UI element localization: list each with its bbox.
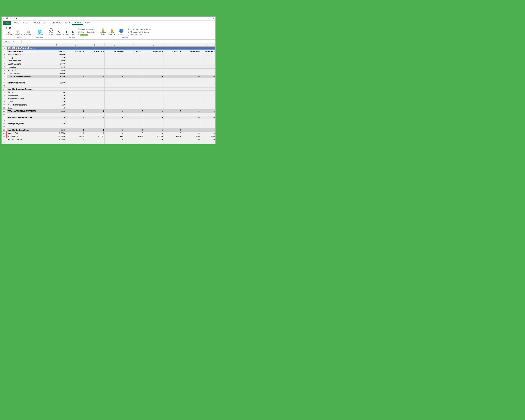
- cell-i20[interactable]: [182, 106, 200, 110]
- cell-f9[interactable]: [124, 72, 144, 75]
- cell-c5[interactable]: [66, 59, 85, 62]
- cell-f24[interactable]: [124, 119, 144, 122]
- col-header-h[interactable]: H: [163, 43, 182, 47]
- formula-input[interactable]: [23, 40, 214, 43]
- tab-home[interactable]: HOME: [11, 21, 21, 25]
- col-header-a[interactable]: A: [7, 43, 47, 47]
- cell-j16[interactable]: [200, 94, 216, 97]
- col-header-g[interactable]: G: [144, 43, 163, 47]
- cell-d22[interactable]: [85, 113, 105, 116]
- cell-j13[interactable]: [200, 84, 216, 87]
- cell-h6[interactable]: [163, 62, 182, 65]
- cell-f5[interactable]: [124, 59, 144, 62]
- cell-f19[interactable]: [124, 103, 144, 106]
- cell-b28[interactable]: 0.89%: [47, 131, 65, 135]
- cell-b18[interactable]: 50: [47, 100, 65, 103]
- cell-c30[interactable]: 0: [66, 138, 85, 141]
- cell-b11[interactable]: [47, 78, 65, 81]
- tab-review[interactable]: REVIEW: [72, 21, 83, 25]
- minimize-btn[interactable]: —: [208, 18, 210, 19]
- tab-data[interactable]: DATA: [63, 21, 72, 25]
- cell-e8[interactable]: [105, 69, 124, 72]
- cell-d8[interactable]: [85, 69, 105, 72]
- cell-c31[interactable]: [66, 141, 85, 144]
- show-ink-btn[interactable]: ✒ Show Ink: [78, 34, 95, 36]
- cell-c15[interactable]: [66, 91, 85, 94]
- cell-h5[interactable]: [163, 59, 182, 62]
- cell-g10[interactable]: 0: [144, 75, 163, 78]
- cell-h30[interactable]: 0: [163, 138, 182, 141]
- quick-access-redo[interactable]: ↪: [14, 18, 15, 20]
- cell-i15[interactable]: [182, 91, 200, 94]
- cell-j29[interactable]: 0.00%: [200, 135, 216, 138]
- cell-f10[interactable]: 0: [124, 75, 144, 78]
- cell-e12[interactable]: [105, 81, 124, 84]
- cell-a18[interactable]: Hydro: [7, 100, 47, 103]
- cell-d2[interactable]: Property 3: [85, 50, 105, 53]
- cell-c16[interactable]: [66, 94, 85, 97]
- cell-j15[interactable]: [200, 91, 216, 94]
- quick-access-undo[interactable]: ↩ ▾: [9, 18, 13, 20]
- cell-d21[interactable]: 0: [85, 110, 105, 113]
- cell-j24[interactable]: [200, 119, 216, 122]
- cell-j23[interactable]: 0: [200, 116, 216, 119]
- cell-g24[interactable]: [144, 119, 163, 122]
- cell-i23[interactable]: 0: [182, 116, 200, 119]
- allow-users-edit-btn[interactable]: ☐ Allow Users to Edit Ranges: [127, 31, 151, 33]
- cell-j31[interactable]: [200, 141, 216, 144]
- cell-j3[interactable]: [200, 53, 216, 56]
- cell-h11[interactable]: [163, 78, 182, 81]
- cell-j2[interactable]: Property 9: [200, 50, 216, 53]
- cell-h13[interactable]: [163, 84, 182, 87]
- cell-h23[interactable]: 0: [163, 116, 182, 119]
- cell-c23[interactable]: 0: [66, 116, 85, 119]
- cell-b27[interactable]: 320: [47, 129, 65, 131]
- cell-h8[interactable]: [163, 69, 182, 72]
- cell-b20[interactable]: 10: [47, 106, 65, 110]
- cell-i2[interactable]: Property 8: [182, 50, 200, 53]
- cell-a26[interactable]: [7, 125, 47, 129]
- cell-h9[interactable]: [163, 72, 182, 75]
- cell-d3[interactable]: [85, 53, 105, 56]
- cell-a5[interactable]: Renovation cost: [7, 59, 47, 62]
- cell-e30[interactable]: 0: [105, 138, 124, 141]
- window-controls[interactable]: — □ ✕: [208, 18, 214, 19]
- cell-a30[interactable]: Annual Cap Rate: [7, 138, 47, 141]
- cell-b4[interactable]: 850: [47, 56, 65, 59]
- cell-j20[interactable]: [200, 106, 216, 110]
- col-header-i[interactable]: I: [182, 43, 200, 47]
- cell-g18[interactable]: [144, 100, 163, 103]
- cell-h27[interactable]: 0: [163, 129, 182, 131]
- cell-j8[interactable]: [200, 69, 216, 72]
- cell-a17[interactable]: Property insurance: [7, 97, 47, 100]
- cell-g7[interactable]: [144, 65, 163, 69]
- protect-share-workbook-btn[interactable]: 🔒 Protect and Share Workbook: [127, 28, 151, 30]
- cell-e9[interactable]: [105, 72, 124, 75]
- cell-h19[interactable]: [163, 103, 182, 106]
- cell-c11[interactable]: [66, 78, 85, 81]
- cell-i21[interactable]: 0: [182, 110, 200, 113]
- cell-h17[interactable]: [163, 97, 182, 100]
- cell-c2[interactable]: Property 2: [66, 50, 85, 53]
- spelling-button[interactable]: ABC✓ Spelling: [4, 26, 13, 36]
- cell-b9[interactable]: 30000: [47, 72, 65, 75]
- cell-h15[interactable]: [163, 91, 182, 94]
- cell-a31[interactable]: [7, 141, 47, 144]
- cell-f31[interactable]: [124, 141, 144, 144]
- cell-c26[interactable]: [66, 125, 85, 129]
- cell-h29[interactable]: 0.00%: [163, 135, 182, 138]
- cell-c9[interactable]: [66, 72, 85, 75]
- cell-j22[interactable]: [200, 113, 216, 116]
- cell-f2[interactable]: Property 5: [124, 50, 144, 53]
- cell-f14[interactable]: [124, 87, 144, 91]
- cell-d5[interactable]: [85, 59, 105, 62]
- cell-a6[interactable]: Land transfer tax: [7, 62, 47, 65]
- cell-a27[interactable]: Monthly Net Cash Flow: [7, 129, 47, 131]
- cell-b2[interactable]: Sample: [47, 50, 65, 53]
- cell-c8[interactable]: [66, 69, 85, 72]
- cell-g13[interactable]: [144, 84, 163, 87]
- tab-page-layout[interactable]: PAGE LAYOUT: [31, 21, 49, 25]
- cell-a24[interactable]: [7, 119, 47, 122]
- cell-a29[interactable]: Annual ROI: [7, 135, 47, 138]
- cell-e23[interactable]: 0: [105, 116, 124, 119]
